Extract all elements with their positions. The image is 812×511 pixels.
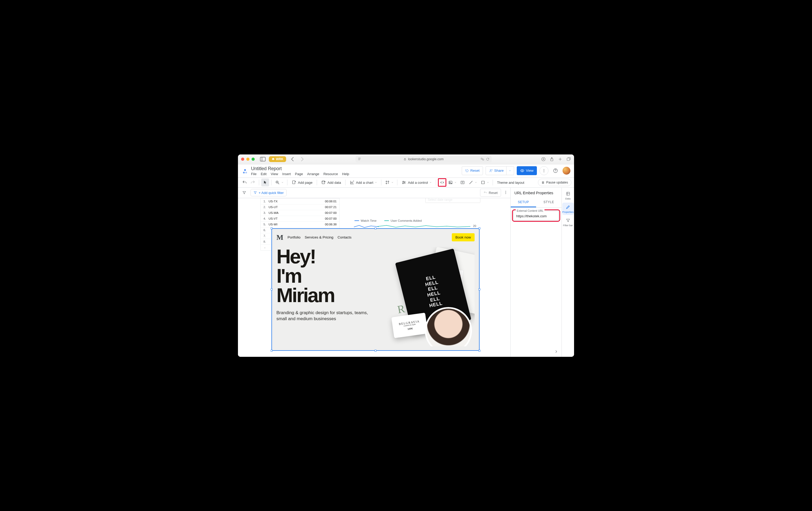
view-button[interactable]: View [517,166,537,175]
tab-style[interactable]: STYLE [536,198,561,207]
date-range-control[interactable]: Select date range [425,198,480,203]
canvas-more-button[interactable] [504,190,508,195]
rail-properties[interactable]: Properties [562,203,574,215]
account-avatar[interactable] [562,167,570,175]
community-viz-button[interactable] [383,178,395,187]
url-embed-tool[interactable] [438,178,446,187]
add-data-button[interactable]: Add data [319,178,343,187]
menu-edit[interactable]: Edit [261,172,266,176]
svg-point-21 [386,183,387,184]
site-nav: M Portfolio Services & Pricing Contacts … [274,231,477,242]
translate-icon[interactable] [481,157,484,161]
theme-layout-button[interactable]: Theme and layout [495,178,526,187]
properties-panel: URL Embed Properties SETUP STYLE Externa… [511,188,561,357]
add-data-label: Add data [327,181,341,184]
header-right: Reset Share View [462,166,570,177]
undo-icon [484,191,487,195]
share-label: Share [494,169,504,172]
back-button[interactable] [289,156,296,162]
url-embed-component[interactable]: M Portfolio Services & Pricing Contacts … [271,228,480,351]
rail-label: Data [565,197,570,200]
resize-handle[interactable] [271,227,272,229]
tabs-icon[interactable] [566,157,571,162]
share-icon[interactable] [549,157,554,162]
nav-link[interactable]: Portfolio [287,235,300,239]
rail-label: Filter bar [563,224,573,227]
menu-file[interactable]: File [251,172,257,176]
external-url-field[interactable]: External Content URL https://thekotek.co… [513,211,559,220]
resize-handle[interactable] [271,288,272,290]
downloads-icon[interactable] [541,157,546,162]
nav-link[interactable]: Services & Pricing [305,235,334,239]
svg-rect-2 [481,158,483,160]
rail-label: Properties [562,210,574,214]
forward-button[interactable] [299,156,306,162]
menu-help[interactable]: Help [342,172,349,176]
select-tool[interactable] [261,178,269,187]
image-tool[interactable] [446,178,458,187]
resize-handle[interactable] [478,350,480,351]
menu-resource[interactable]: Resource [323,172,338,176]
share-dropdown[interactable] [506,167,513,175]
resize-handle[interactable] [375,350,376,351]
brand-price: 100€ [407,327,413,330]
share-button[interactable]: Share [486,166,514,175]
canvas-wrap: + Add quick filter Reset 1.US-TX [238,188,511,357]
address-bar[interactable]: lookerstudio.google.com [355,156,492,163]
close-icon[interactable] [241,158,244,161]
resize-handle[interactable] [478,288,480,290]
text-tool[interactable] [459,178,466,187]
profile-badge[interactable]: WRK [269,156,286,162]
tab-setup[interactable]: SETUP [511,198,536,207]
rail-filter-bar[interactable]: Filter bar [562,216,574,228]
svg-rect-35 [567,192,570,195]
menu-insert[interactable]: Insert [282,172,291,176]
report-canvas[interactable]: 1.US-TX00:08:01 2.US-UT00:07:21 3.US-WA0… [238,198,511,357]
document-title[interactable]: Untitled Report [251,166,349,171]
browser-right-tools [541,157,571,162]
undo-button[interactable] [240,178,249,187]
zoom-icon[interactable] [252,158,255,161]
new-tab-icon[interactable] [558,157,562,162]
panel-expand-button[interactable] [553,348,559,355]
pause-updates-button[interactable]: Pause updates [538,179,572,186]
reload-icon[interactable] [486,157,490,161]
menu-bar: File Edit View Insert Page Arrange Resou… [251,172,349,177]
svg-point-11 [522,170,523,171]
window-controls[interactable] [241,158,255,161]
nav-link[interactable]: Contacts [338,235,352,239]
hero-text: Hey! I'm Miriam Branding & graphic desig… [277,247,380,346]
line-tool[interactable] [467,178,478,187]
resize-handle[interactable] [271,350,272,351]
help-button[interactable] [551,166,560,175]
book-now-button[interactable]: Book now [452,233,474,242]
menu-page[interactable]: Page [295,172,303,176]
more-options-button[interactable] [540,166,548,175]
lookerstudio-logo-icon[interactable] [242,168,249,175]
redo-button[interactable] [249,178,257,187]
shape-tool[interactable] [479,178,491,187]
add-quick-filter-chip[interactable]: + Add quick filter [251,189,287,196]
site-settings-icon[interactable] [357,157,361,162]
properties-title: URL Embed Properties [511,188,561,198]
add-page-label: Add page [298,181,313,184]
sidebar-toggle-icon[interactable] [259,156,266,162]
filter-icon[interactable] [240,191,248,195]
add-page-button[interactable]: Add page [290,178,315,187]
resize-handle[interactable] [478,227,480,229]
canvas-reset-button[interactable]: Reset [480,189,501,197]
svg-point-10 [490,169,491,170]
svg-point-14 [544,171,544,172]
rail-data[interactable]: Data [562,189,574,202]
resize-handle[interactable] [375,227,376,229]
add-control-button[interactable]: Add a control [400,178,434,187]
menu-view[interactable]: View [271,172,278,176]
theme-label: Theme and layout [497,181,524,184]
zoom-tool[interactable] [273,178,285,187]
svg-rect-28 [482,181,485,184]
site-links: Portfolio Services & Pricing Contacts [287,235,351,239]
minimize-icon[interactable] [246,158,250,161]
add-chart-button[interactable]: Add a chart [348,178,379,187]
reset-button[interactable]: Reset [462,166,483,175]
menu-arrange[interactable]: Arrange [307,172,319,176]
